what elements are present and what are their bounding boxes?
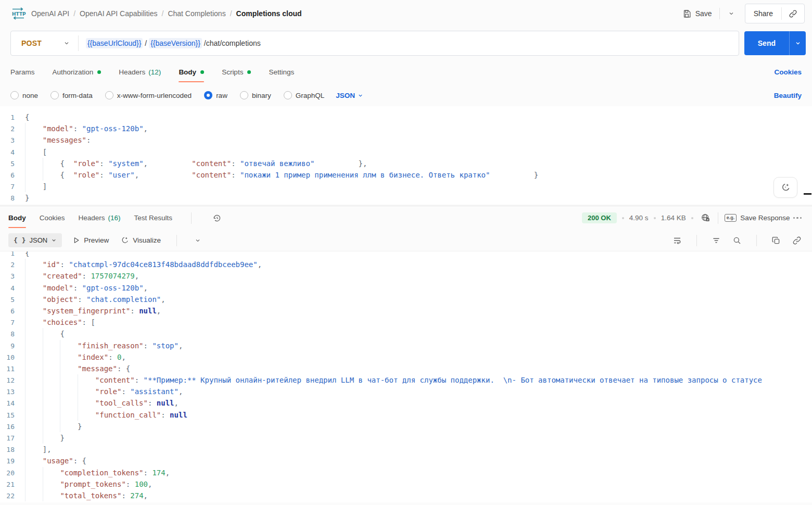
body-type-form-data[interactable]: form-data (50, 91, 93, 99)
response-tab-body[interactable]: Body (8, 211, 26, 225)
url-input[interactable]: {{baseUrlCloud}} / {{baseVersion}} /chat… (79, 31, 739, 55)
tab-label: Body (179, 68, 196, 76)
body-type-x-www-form-urlencoded[interactable]: x-www-form-urlencoded (105, 91, 192, 99)
response-time[interactable]: 4.90 s (629, 214, 649, 222)
indent-guide (43, 490, 60, 501)
method-label: POST (21, 39, 42, 47)
filter-button[interactable] (709, 234, 723, 247)
request-tab-headers[interactable]: Headers(12) (119, 65, 161, 79)
body-type-graphql[interactable]: GraphQL (284, 91, 325, 99)
request-tab-settings[interactable]: Settings (269, 65, 294, 79)
response-tab-cookies[interactable]: Cookies (40, 211, 65, 225)
beautify-link[interactable]: Beautify (774, 92, 802, 99)
code-line: 8{ (0, 328, 812, 339)
code-line: 8} (0, 192, 812, 204)
more-options-button[interactable] (791, 214, 804, 222)
request-body-editor[interactable]: 1{2"model": "gpt-oss-120b",3"messages":4… (0, 106, 812, 204)
line-number: 6 (0, 306, 25, 317)
radio-label: x-www-form-urlencoded (117, 92, 192, 99)
indent-guide (25, 363, 43, 374)
raw-format-select[interactable]: JSON (336, 92, 363, 99)
code-text: "choices": [ (25, 318, 95, 326)
code-text: } (25, 422, 82, 431)
code-text: "total_tokens": 274, (25, 491, 148, 500)
line-number: 4 (0, 283, 25, 294)
indent-guide (25, 421, 43, 432)
line-number: 10 (0, 352, 25, 363)
word-wrap-button[interactable] (670, 234, 684, 247)
indent-guide (43, 351, 60, 363)
indent-guide (60, 397, 78, 409)
svg-text:HTTP: HTTP (12, 11, 26, 17)
response-tabs-wrap: BodyCookiesHeaders(16)Test Results (8, 211, 224, 225)
request-tab-body[interactable]: Body (179, 65, 204, 79)
indent-guide (25, 259, 43, 270)
indent-guide (25, 123, 43, 134)
breadcrumb-item-openai-api[interactable]: OpenAI API (31, 9, 69, 18)
share-button[interactable]: Share (745, 4, 781, 23)
dot-separator (622, 217, 624, 219)
response-format-select[interactable]: { } JSON (8, 233, 62, 247)
scrollbar-thumb[interactable] (804, 193, 811, 195)
network-globe-lock-icon[interactable] (699, 211, 713, 225)
copy-button[interactable] (769, 234, 783, 247)
indent-guide (25, 305, 43, 317)
body-type-none[interactable]: none (10, 91, 38, 99)
link-button[interactable] (790, 234, 804, 247)
tab-label: Params (10, 68, 35, 76)
code-line: 4"model": "gpt-oss-120b", (0, 282, 812, 294)
breadcrumb-item-chat-completions[interactable]: Chat Completions (168, 9, 225, 18)
method-select[interactable]: POST (11, 31, 78, 55)
divider (191, 212, 192, 224)
send-button[interactable]: Send (744, 31, 806, 55)
request-tab-authorization[interactable]: Authorization (53, 65, 102, 79)
body-type-binary[interactable]: binary (240, 91, 271, 99)
cookies-link[interactable]: Cookies (774, 68, 802, 76)
dot-separator (654, 217, 656, 219)
line-number: 1 (0, 112, 25, 123)
body-type-raw[interactable]: raw (204, 91, 227, 99)
copy-link-button[interactable] (782, 4, 804, 23)
url-box: POST {{baseUrlCloud}} / {{baseVersion}} … (10, 31, 739, 56)
response-size[interactable]: 1.64 KB (661, 214, 686, 222)
save-options-chevron-icon[interactable] (725, 7, 738, 20)
response-history-button[interactable] (210, 211, 224, 225)
save-response-button[interactable]: e.g. Save Response (724, 212, 791, 224)
indent-guide (78, 386, 95, 397)
request-tab-scripts[interactable]: Scripts (222, 65, 251, 79)
line-number: 11 (0, 363, 25, 375)
indent-guide (25, 146, 43, 158)
status-badge[interactable]: 200 OK (582, 212, 617, 223)
indent-guide (25, 328, 43, 339)
postbot-sparkle-button[interactable] (773, 177, 797, 198)
send-options-chevron-icon[interactable] (789, 31, 806, 55)
indent-guide (25, 374, 43, 386)
save-response-label: Save Response (740, 214, 790, 222)
tab-count-badge: (16) (108, 214, 121, 222)
url-variable-pill: {{baseUrlCloud}} (86, 38, 143, 48)
line-number: 14 (0, 398, 25, 409)
code-text: { "role": "user", "content": "покажи 1 п… (25, 171, 538, 179)
save-button[interactable]: Save (680, 6, 714, 21)
search-button[interactable] (730, 234, 744, 247)
code-line: 7"choices": [ (0, 317, 812, 328)
code-text: { "role": "system", "content": "отвечай … (25, 159, 367, 168)
response-tab-headers[interactable]: Headers(16) (79, 211, 121, 225)
indent-guide (25, 397, 43, 409)
breadcrumb-wrap: HTTP OpenAI API/OpenAI API Capabilities/… (10, 7, 302, 20)
preview-button[interactable]: Preview (71, 234, 110, 246)
tab-label: Headers (79, 214, 105, 222)
code-text: "created": 1757074279, (25, 272, 139, 280)
indent-guide (78, 374, 95, 386)
response-tab-test-results[interactable]: Test Results (134, 211, 173, 225)
code-text: { (25, 251, 29, 257)
breadcrumb-item-openai-api-capabilities[interactable]: OpenAI API Capabilities (80, 9, 157, 18)
line-number: 5 (0, 158, 25, 170)
visualize-button[interactable]: Visualize (119, 234, 162, 247)
line-number: 7 (0, 181, 25, 193)
view-options-chevron-icon[interactable] (192, 234, 204, 247)
response-body-editor[interactable]: 1{2"id": "chatcmpl-97dc04ce813f48bdaad8d… (0, 251, 812, 502)
code-line: 18], (0, 444, 812, 455)
request-tab-params[interactable]: Params (10, 65, 35, 79)
indent-guide (43, 169, 60, 181)
